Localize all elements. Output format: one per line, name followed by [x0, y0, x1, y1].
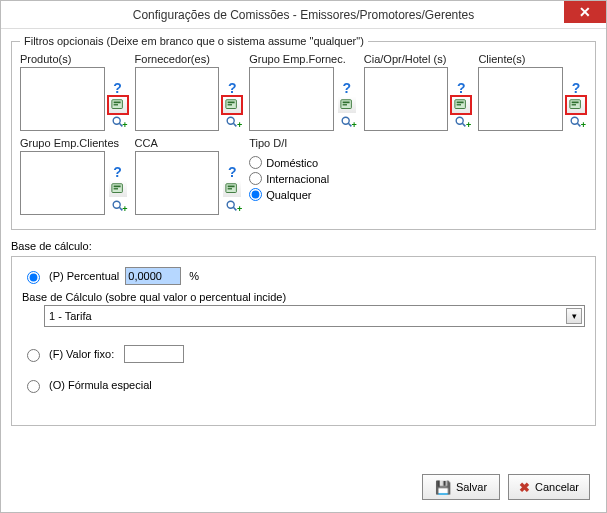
filter-icons: ?+ — [450, 67, 472, 131]
lookup-icon[interactable] — [109, 97, 127, 113]
filter-listarea[interactable] — [478, 67, 563, 131]
help-icon[interactable]: ? — [113, 165, 122, 179]
svg-rect-1 — [113, 102, 120, 104]
filter-box: ?+ — [135, 67, 244, 131]
save-button-label: Salvar — [456, 481, 487, 493]
search-add-icon[interactable]: + — [109, 199, 127, 213]
save-button[interactable]: 💾 Salvar — [422, 474, 500, 500]
input-percentual[interactable] — [125, 267, 181, 285]
filter-label: Cliente(s) — [478, 53, 587, 65]
spacer — [478, 137, 587, 215]
help-icon[interactable]: ? — [457, 81, 466, 95]
save-icon: 💾 — [435, 480, 451, 495]
row1-col-3: Cia/Opr/Hotel (s)?+ — [364, 53, 473, 131]
tipo-label: Tipo D/I — [249, 137, 358, 149]
svg-rect-22 — [572, 104, 576, 105]
svg-rect-21 — [572, 102, 579, 104]
filter-box: ?+ — [478, 67, 587, 131]
row1-col-1: Fornecedor(es)?+ — [135, 53, 244, 131]
radio-valorfixo[interactable] — [27, 349, 40, 362]
close-button[interactable]: ✕ — [564, 1, 606, 23]
svg-rect-12 — [342, 104, 346, 105]
filter-label: Produto(s) — [20, 53, 129, 65]
filter-listarea[interactable] — [20, 67, 105, 131]
filter-icons: ?+ — [107, 67, 129, 131]
filter-box: ?+ — [20, 67, 129, 131]
plus-icon: + — [352, 121, 357, 130]
row2-col-0: Grupo Emp.Clientes?+ — [20, 137, 129, 215]
lookup-icon[interactable] — [223, 97, 241, 113]
chevron-down-icon: ▾ — [566, 308, 582, 324]
tipo-option: Internacional — [249, 172, 358, 185]
svg-rect-31 — [228, 186, 235, 188]
cancel-button[interactable]: ✖ Cancelar — [508, 474, 590, 500]
search-add-icon[interactable]: + — [223, 115, 241, 129]
svg-rect-2 — [113, 104, 117, 105]
radio-percentual[interactable] — [27, 271, 40, 284]
cancel-button-label: Cancelar — [535, 481, 579, 493]
tipo-options: DomésticoInternacionalQualquer — [249, 151, 358, 204]
svg-point-3 — [113, 117, 120, 124]
help-icon[interactable]: ? — [228, 165, 237, 179]
filter-listarea[interactable] — [364, 67, 449, 131]
radio-formula[interactable] — [27, 380, 40, 393]
base-title: Base de cálculo: — [11, 240, 596, 252]
opt-formula: (O) Fórmula especial — [22, 377, 585, 393]
search-add-icon[interactable]: + — [223, 199, 241, 213]
svg-rect-32 — [228, 188, 232, 189]
filter-box: ?+ — [364, 67, 473, 131]
content: Filtros opcionais (Deixe em branco que o… — [1, 29, 606, 436]
search-add-icon[interactable]: + — [109, 115, 127, 129]
row1-col-2: Grupo Emp.Fornec.?+ — [249, 53, 358, 131]
input-valorfixo[interactable] — [124, 345, 184, 363]
plus-icon: + — [237, 121, 242, 130]
lookup-icon[interactable] — [223, 181, 241, 197]
lookup-icon[interactable] — [567, 97, 585, 113]
titlebar: Configurações de Comissões - Emissores/P… — [1, 1, 606, 29]
lookup-icon[interactable] — [452, 97, 470, 113]
select-base-calculo-value: 1 - Tarifa — [49, 310, 92, 322]
filter-label: CCA — [135, 137, 244, 149]
filter-icons: ?+ — [565, 67, 587, 131]
search-add-icon[interactable]: + — [338, 115, 356, 129]
tipo-radio[interactable] — [249, 156, 262, 169]
search-add-icon[interactable]: + — [452, 115, 470, 129]
opt-percentual: (P) Percentual % — [22, 267, 585, 285]
spacer — [364, 137, 473, 215]
help-icon[interactable]: ? — [113, 81, 122, 95]
plus-icon: + — [466, 121, 471, 130]
filter-listarea[interactable] — [20, 151, 105, 215]
svg-point-23 — [571, 117, 578, 124]
select-base-calculo[interactable]: 1 - Tarifa ▾ — [44, 305, 585, 327]
base-panel: (P) Percentual % Base de Cálculo (sobre … — [11, 256, 596, 426]
svg-rect-11 — [342, 102, 349, 104]
help-icon[interactable]: ? — [343, 81, 352, 95]
tipo-col: Tipo D/IDomésticoInternacionalQualquer — [249, 137, 358, 215]
filter-listarea[interactable] — [135, 67, 220, 131]
filter-label: Fornecedor(es) — [135, 53, 244, 65]
tipo-radio[interactable] — [249, 188, 262, 201]
filters-row-2: Grupo Emp.Clientes?+CCA?+Tipo D/IDomésti… — [20, 137, 587, 215]
filter-listarea[interactable] — [135, 151, 220, 215]
filter-icons: ?+ — [221, 67, 243, 131]
window-title: Configurações de Comissões - Emissores/P… — [133, 8, 474, 22]
row1-col-4: Cliente(s)?+ — [478, 53, 587, 131]
label-valorfixo: (F) Valor fixo: — [49, 348, 114, 360]
label-percentual: (P) Percentual — [49, 270, 119, 282]
svg-point-13 — [342, 117, 349, 124]
filter-listarea[interactable] — [249, 67, 334, 131]
filter-box: ?+ — [135, 151, 244, 215]
search-add-icon[interactable]: + — [567, 115, 585, 129]
filter-icons: ?+ — [107, 151, 129, 215]
opt-valorfixo: (F) Valor fixo: — [22, 345, 585, 363]
filter-box: ?+ — [249, 67, 358, 131]
lookup-icon[interactable] — [338, 97, 356, 113]
svg-rect-6 — [228, 102, 235, 104]
svg-rect-7 — [228, 104, 232, 105]
tipo-radio[interactable] — [249, 172, 262, 185]
help-icon[interactable]: ? — [228, 81, 237, 95]
row2-col-1: CCA?+ — [135, 137, 244, 215]
filters-fieldset: Filtros opcionais (Deixe em branco que o… — [11, 35, 596, 230]
help-icon[interactable]: ? — [572, 81, 581, 95]
lookup-icon[interactable] — [109, 181, 127, 197]
